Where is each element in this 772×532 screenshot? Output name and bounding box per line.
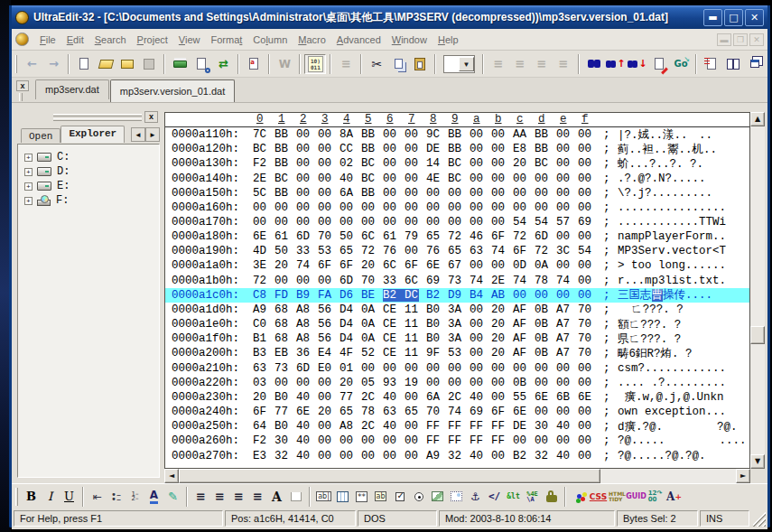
spacer-icon[interactable] bbox=[286, 487, 305, 507]
hex-row[interactable]: 0000a140h:2EBC000040BC00004EBC0000000000… bbox=[165, 171, 749, 185]
underline-icon[interactable]: U bbox=[60, 487, 79, 507]
panel-tab-right-arrow[interactable]: ► bbox=[145, 127, 160, 142]
convert-tags-icon[interactable]: &lt bbox=[504, 487, 523, 507]
menu-column[interactable]: Column bbox=[247, 32, 293, 48]
menu-search[interactable]: Search bbox=[89, 32, 132, 48]
find-prev-icon[interactable]: ↑ bbox=[605, 54, 627, 74]
hex-row[interactable]: 0000a150h:5CBB00006ABB000000000000000000… bbox=[165, 186, 749, 201]
align-left-icon[interactable]: ≡ bbox=[488, 54, 509, 74]
html-tag-icon[interactable]: </ bbox=[485, 487, 504, 507]
cut-icon[interactable]: ✂ bbox=[366, 54, 387, 74]
find-next-icon[interactable]: ↓ bbox=[627, 54, 648, 74]
align-left2-icon[interactable]: ≡ bbox=[191, 487, 210, 507]
panel-tab-explorer[interactable]: Explorer bbox=[60, 126, 125, 143]
guid-icon[interactable]: GUID bbox=[627, 487, 646, 507]
image-icon[interactable] bbox=[428, 487, 447, 507]
minimize-button[interactable]: ▬ bbox=[703, 9, 722, 26]
menu-help[interactable]: Help bbox=[433, 32, 464, 48]
align-right-icon[interactable]: ≡ bbox=[531, 54, 553, 74]
hex-row[interactable]: 0000a120h:BCBB0000CCBB0000DEBB0000E8BB00… bbox=[165, 142, 749, 156]
align-center-icon[interactable]: ≡ bbox=[509, 54, 531, 74]
file-tab-mp3serv.dat[interactable]: mp3serv.dat bbox=[35, 79, 109, 99]
vertical-scrollbar[interactable]: ▲ ▼ bbox=[750, 112, 765, 469]
panel-close-button[interactable]: x bbox=[144, 111, 158, 123]
hex-row[interactable]: 0000a190h:4D50335365727600766563746F723C… bbox=[165, 244, 749, 258]
scroll-down-arrow[interactable]: ▼ bbox=[750, 454, 765, 469]
italic-icon[interactable]: I bbox=[41, 487, 60, 507]
expand-icon[interactable]: + bbox=[24, 168, 33, 176]
resize-grip[interactable] bbox=[753, 510, 766, 527]
combo-dropdown-icon[interactable]: ▼ bbox=[459, 57, 474, 71]
drive-item-D[interactable]: +D: bbox=[22, 164, 155, 179]
hex-row[interactable]: 0000a130h:F2BB000002BC000014BC000020BC00… bbox=[165, 156, 749, 171]
numbered-list-icon[interactable]: 1–2– bbox=[126, 487, 144, 507]
open-folder-icon[interactable] bbox=[95, 54, 116, 74]
menu-advanced[interactable]: Advanced bbox=[331, 32, 386, 48]
hex-row[interactable]: 0000a1f0h:B168A856D40ACE11B03A0020AF0BA7… bbox=[165, 331, 749, 346]
label-field-icon[interactable]: ab| bbox=[314, 487, 333, 507]
cascade-windows-icon[interactable] bbox=[744, 54, 766, 74]
hex-row[interactable]: 0000a230h:20B04000772C40006A2C4000556E6B… bbox=[165, 390, 749, 405]
horizontal-scroll-thumb[interactable] bbox=[179, 469, 600, 483]
menu-project[interactable]: Project bbox=[132, 32, 173, 48]
edit-field-icon[interactable]: ab bbox=[371, 487, 390, 507]
new-file-icon[interactable] bbox=[73, 54, 95, 74]
menu-view[interactable]: View bbox=[173, 32, 206, 48]
password-field-icon[interactable]: ** bbox=[352, 487, 371, 507]
drive-item-C[interactable]: +C: bbox=[22, 150, 155, 164]
hex-row[interactable]: 0000a1d0h:A968A856D40ACE11B03A0020AF0BA7… bbox=[165, 303, 749, 317]
highlight-icon[interactable]: ✎ bbox=[163, 487, 182, 507]
hex-row[interactable]: 0000a270h:E332400000000000A9324000B23240… bbox=[165, 448, 749, 462]
bullet-list-icon[interactable]: •–•– bbox=[107, 487, 126, 507]
back-icon[interactable]: ← bbox=[21, 54, 42, 74]
font-color-icon[interactable]: A bbox=[144, 487, 163, 507]
hex-row[interactable]: 0000a1a0h:3E20746F6F206C6F6E6700000D0A00… bbox=[165, 258, 749, 273]
expand-icon[interactable]: + bbox=[24, 182, 33, 191]
print-icon[interactable] bbox=[169, 54, 191, 74]
hex-row[interactable]: 0000a240h:6F776E20657863657074696F6E0000… bbox=[165, 405, 749, 419]
panel-tab-open[interactable]: Open bbox=[21, 128, 60, 143]
tabbar-close-button[interactable]: x bbox=[16, 80, 29, 91]
expand-icon[interactable]: + bbox=[24, 154, 33, 162]
timestamp-icon[interactable]: 12↷00 bbox=[646, 487, 665, 507]
vertical-scroll-thumb[interactable] bbox=[750, 326, 765, 344]
replace-icon[interactable] bbox=[648, 54, 670, 74]
radio-icon[interactable] bbox=[409, 487, 428, 507]
horizontal-scrollbar[interactable]: ◄ ► bbox=[164, 469, 750, 483]
scroll-up-arrow[interactable]: ▲ bbox=[750, 112, 765, 126]
panel-tab-left-arrow[interactable]: ◄ bbox=[131, 127, 145, 142]
close-folder-icon[interactable] bbox=[116, 54, 138, 74]
hex-row[interactable]: 0000a220h:0300000020059319000000000B0000… bbox=[165, 376, 749, 390]
align-center2-icon[interactable]: ≡ bbox=[210, 487, 229, 507]
line-format-icon[interactable]: ≡ bbox=[335, 54, 357, 74]
menu-macro[interactable]: Macro bbox=[293, 32, 331, 48]
outdent-icon[interactable]: ⇤ bbox=[88, 487, 107, 507]
close-button[interactable]: ✕ bbox=[745, 9, 764, 26]
print-preview-icon[interactable] bbox=[191, 54, 212, 74]
window-list-icon[interactable] bbox=[701, 54, 722, 74]
file-tab-mp3serv.version_01.dat[interactable]: mp3serv.version_01.dat bbox=[110, 79, 236, 102]
font-icon[interactable]: A bbox=[267, 487, 286, 507]
menu-window[interactable]: Window bbox=[386, 32, 433, 48]
hex-row[interactable]: 0000a160h:000000000000000000000000000000… bbox=[165, 201, 749, 215]
align-right2-icon[interactable]: ≡ bbox=[229, 487, 248, 507]
maximize-button[interactable]: □ bbox=[724, 9, 743, 26]
word-wrap-icon[interactable]: W bbox=[274, 54, 295, 74]
hex-row[interactable]: 0000a110h:7CBB00008ABB00009CBB0000AABB00… bbox=[165, 127, 749, 142]
lock-icon[interactable] bbox=[542, 487, 561, 507]
hex-mode-icon[interactable]: 10)011 bbox=[304, 54, 326, 74]
goto-icon[interactable]: Go↘ bbox=[670, 54, 692, 74]
save-icon[interactable] bbox=[138, 54, 160, 74]
menu-file[interactable]: File bbox=[34, 32, 61, 48]
drive-item-F[interactable]: +F: bbox=[22, 193, 155, 208]
find-icon[interactable] bbox=[583, 54, 605, 74]
hex-row[interactable]: 0000a170h:000000000000000000000000545457… bbox=[165, 215, 749, 229]
expand-icon[interactable]: + bbox=[24, 197, 33, 205]
scroll-right-arrow[interactable]: ► bbox=[736, 469, 750, 483]
hex-row[interactable]: 0000a1c0h:C8FDB9FAD6BEB2DCB2D9B4AB000000… bbox=[165, 288, 749, 303]
checkbox-icon[interactable]: ✓ bbox=[390, 487, 409, 507]
css-icon[interactable]: CSS bbox=[589, 487, 608, 507]
scroll-left-arrow[interactable]: ◄ bbox=[164, 469, 179, 483]
refresh-icon[interactable]: ⇄ bbox=[212, 54, 234, 74]
hex-row[interactable]: 0000a1e0h:C068A856D40ACE11B03A0020AF0BA7… bbox=[165, 317, 749, 331]
